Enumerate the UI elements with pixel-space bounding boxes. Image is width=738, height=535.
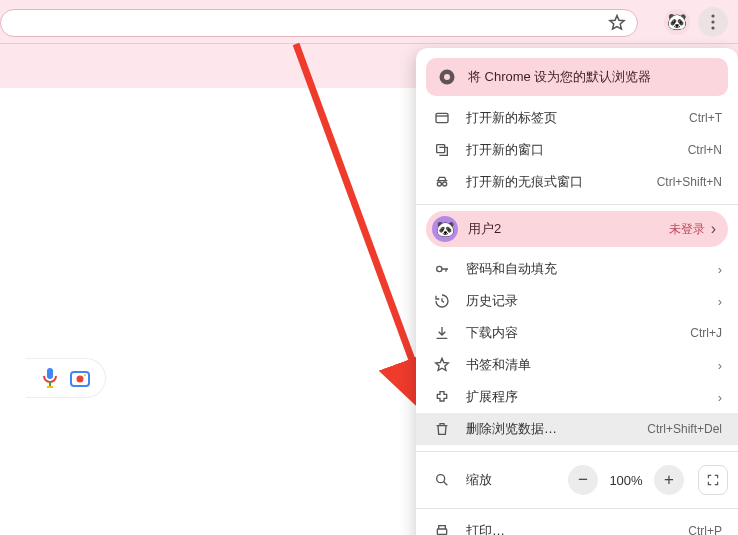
menu-item-label: 密码和自动填充 xyxy=(466,260,712,278)
menu-item-label: 打开新的窗口 xyxy=(466,141,688,159)
star-icon xyxy=(608,14,626,32)
browser-topbar: 🐼 xyxy=(0,0,738,44)
zoom-in-button[interactable]: + xyxy=(654,465,684,495)
trash-icon xyxy=(432,419,452,439)
menu-item-extensions[interactable]: 扩展程序 › xyxy=(416,381,738,413)
chrome-icon xyxy=(438,68,456,86)
promo-text: 将 Chrome 设为您的默认浏览器 xyxy=(468,68,651,86)
menu-item-shortcut: Ctrl+P xyxy=(688,524,722,535)
menu-item-label: 打开新的无痕式窗口 xyxy=(466,173,657,191)
camera-icon xyxy=(69,367,91,389)
menu-item-history[interactable]: 历史记录 › xyxy=(416,285,738,317)
svg-rect-12 xyxy=(436,113,448,122)
printer-icon xyxy=(432,521,452,535)
menu-item-passwords[interactable]: 密码和自动填充 › xyxy=(416,253,738,285)
menu-item-label: 删除浏览数据… xyxy=(466,420,647,438)
menu-item-new-window[interactable]: 打开新的窗口 Ctrl+N xyxy=(416,134,738,166)
menu-zoom-row: 缩放 − 100% + xyxy=(416,458,738,502)
menu-item-clear-browsing-data[interactable]: 删除浏览数据… Ctrl+Shift+Del xyxy=(416,413,738,445)
menu-item-label: 书签和清单 xyxy=(466,356,712,374)
topbar-right: 🐼 xyxy=(664,7,738,37)
svg-rect-13 xyxy=(437,145,445,153)
key-icon xyxy=(432,259,452,279)
zoom-label: 缩放 xyxy=(466,471,568,489)
menu-item-label: 扩展程序 xyxy=(466,388,712,406)
zoom-controls: − 100% + xyxy=(568,465,728,495)
menu-item-label: 历史记录 xyxy=(466,292,712,310)
bookmark-star-button[interactable] xyxy=(603,10,631,36)
incognito-icon xyxy=(432,172,452,192)
dots-vertical-icon xyxy=(711,14,715,30)
svg-point-11 xyxy=(444,74,450,80)
menu-item-print[interactable]: 打印… Ctrl+P xyxy=(416,515,738,535)
window-icon xyxy=(432,140,452,160)
user-avatar: 🐼 xyxy=(432,216,458,242)
menu-item-label: 下载内容 xyxy=(466,324,690,342)
chevron-right-icon: › xyxy=(718,358,722,373)
menu-item-new-tab[interactable]: 打开新的标签页 Ctrl+T xyxy=(416,102,738,134)
more-menu-button[interactable] xyxy=(698,7,728,37)
history-icon xyxy=(432,291,452,311)
svg-rect-18 xyxy=(437,529,446,534)
menu-item-bookmarks[interactable]: 书签和清单 › xyxy=(416,349,738,381)
chevron-right-icon: › xyxy=(718,390,722,405)
avatar-emoji: 🐼 xyxy=(667,12,687,31)
svg-line-9 xyxy=(296,44,426,398)
svg-point-14 xyxy=(437,182,441,186)
menu-item-incognito[interactable]: 打开新的无痕式窗口 Ctrl+Shift+N xyxy=(416,166,738,198)
user-name: 用户2 xyxy=(468,220,669,238)
zoom-out-button[interactable]: − xyxy=(568,465,598,495)
menu-separator xyxy=(416,508,738,509)
magnifier-icon xyxy=(432,470,452,490)
menu-separator xyxy=(416,451,738,452)
profile-avatar[interactable]: 🐼 xyxy=(664,9,690,35)
puzzle-icon xyxy=(432,387,452,407)
address-bar-area xyxy=(0,9,638,37)
menu-separator xyxy=(416,204,738,205)
menu-item-shortcut: Ctrl+J xyxy=(690,326,722,340)
search-voice-lens xyxy=(26,358,106,398)
svg-point-1 xyxy=(711,20,714,23)
chevron-right-icon: › xyxy=(718,262,722,277)
star-icon xyxy=(432,355,452,375)
lens-search-button[interactable] xyxy=(69,367,91,389)
chrome-main-menu: 将 Chrome 设为您的默认浏览器 打开新的标签页 Ctrl+T 打开新的窗口… xyxy=(416,48,738,535)
svg-point-17 xyxy=(437,475,445,483)
svg-point-0 xyxy=(711,14,714,17)
fullscreen-icon xyxy=(706,473,720,487)
menu-item-shortcut: Ctrl+Shift+Del xyxy=(647,422,722,436)
chevron-right-icon: › xyxy=(711,220,716,238)
default-browser-promo[interactable]: 将 Chrome 设为您的默认浏览器 xyxy=(426,58,728,96)
download-icon xyxy=(432,323,452,343)
address-bar[interactable] xyxy=(0,9,638,37)
menu-item-downloads[interactable]: 下载内容 Ctrl+J xyxy=(416,317,738,349)
svg-point-15 xyxy=(443,182,447,186)
svg-point-7 xyxy=(77,376,84,383)
svg-point-16 xyxy=(437,266,442,271)
menu-item-shortcut: Ctrl+N xyxy=(688,143,722,157)
fullscreen-button[interactable] xyxy=(698,465,728,495)
chevron-right-icon: › xyxy=(718,294,722,309)
menu-item-label: 打印… xyxy=(466,522,688,535)
menu-item-label: 打开新的标签页 xyxy=(466,109,689,127)
svg-point-8 xyxy=(84,374,86,376)
svg-rect-3 xyxy=(47,368,53,379)
menu-item-shortcut: Ctrl+Shift+N xyxy=(657,175,722,189)
svg-point-2 xyxy=(711,26,714,29)
microphone-icon xyxy=(41,367,59,389)
menu-item-shortcut: Ctrl+T xyxy=(689,111,722,125)
avatar-emoji: 🐼 xyxy=(436,220,455,238)
menu-user-row[interactable]: 🐼 用户2 未登录 › xyxy=(426,211,728,247)
user-status: 未登录 xyxy=(669,221,705,238)
tab-icon xyxy=(432,108,452,128)
zoom-percent: 100% xyxy=(606,473,646,488)
voice-search-button[interactable] xyxy=(41,367,59,389)
